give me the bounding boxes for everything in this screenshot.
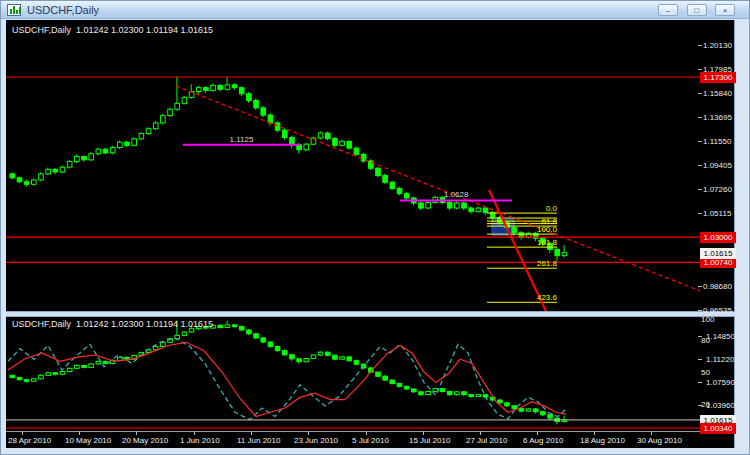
sub-price-axis-tick — [698, 382, 702, 383]
price-axis-label: 1.09405 — [703, 161, 732, 170]
price-axis-label: 1.15840 — [703, 89, 732, 98]
date-axis-tick — [308, 431, 309, 435]
price-axis-label: 1.05115 — [703, 209, 731, 218]
date-axis-tick — [194, 431, 195, 435]
sub-price-axis-label: 1.07590 — [706, 378, 735, 387]
price-axis-label: 1.07260 — [703, 185, 732, 194]
panel-separator[interactable] — [6, 311, 735, 317]
date-axis-tick — [366, 431, 367, 435]
price-axis-label: 1.11550 — [703, 137, 731, 146]
price-axis-tick — [698, 189, 702, 190]
trendline-price-label: 1.0628 — [444, 190, 468, 199]
date-axis-tick — [136, 431, 137, 435]
price-axis-tick — [698, 165, 702, 166]
date-axis-tick — [22, 431, 23, 435]
date-axis-tick — [594, 431, 595, 435]
price-axis-tick — [698, 117, 702, 118]
price-axis-label: 0.98680 — [703, 282, 732, 291]
price-axis-label: 1.13695 — [703, 113, 732, 122]
date-axis-label: 23 Jun 2010 — [294, 436, 338, 445]
fib-level-label: 0.0 — [513, 204, 557, 213]
date-axis-label: 18 Aug 2010 — [580, 436, 625, 445]
price-axis-tick — [698, 213, 702, 214]
price-axis-tick — [698, 45, 702, 46]
hline-price-label: 1.03000 — [700, 232, 736, 243]
bid-price-label: 1.01615 — [700, 248, 736, 259]
main-chart-ohlc-header: USDCHF,Daily 1.01242 1.02300 1.01194 1.0… — [12, 25, 213, 35]
date-axis-tick — [651, 431, 652, 435]
date-axis-label: 27 Jul 2010 — [466, 436, 507, 445]
fib-level-label: 423.6 — [513, 293, 557, 302]
date-axis-border — [6, 431, 735, 432]
price-axis-tick — [698, 310, 702, 311]
oscillator-level-label: 50 — [701, 368, 710, 377]
price-axis-tick — [698, 69, 702, 70]
sub-price-axis-label: 1.11220 — [706, 355, 734, 364]
oscillator-level-label: 20 — [701, 400, 710, 409]
hline-price-label: 1.17300 — [700, 72, 736, 83]
chart-window: USDCHF,Daily – □ × USDCHF,Daily 1.01242 … — [0, 0, 750, 455]
oscillator-level-label: 100 — [701, 315, 714, 324]
date-axis-label: 10 May 2010 — [65, 436, 111, 445]
sub-hline-price-label: 1.00340 — [700, 423, 736, 434]
price-axis-tick — [698, 286, 702, 287]
date-axis-label: 28 Apr 2010 — [8, 436, 51, 445]
date-axis-label: 30 Aug 2010 — [637, 436, 682, 445]
date-axis-label: 6 Aug 2010 — [523, 436, 563, 445]
price-axis-label: 1.20130 — [703, 41, 732, 50]
sub-price-axis-tick — [698, 359, 702, 360]
sub-price-axis-label: 1.03960 — [706, 401, 735, 410]
fib-level-label: 161.8 — [513, 238, 557, 247]
price-axis-tick — [698, 93, 702, 94]
chart-drawing — [0, 0, 750, 455]
hline-price-label: 1.00740 — [700, 257, 736, 268]
sub-chart-ohlc-header: USDCHF,Daily 1.01242 1.02300 1.01194 1.0… — [12, 319, 213, 329]
oscillator-level-label: 80 — [701, 336, 710, 345]
date-axis-tick — [480, 431, 481, 435]
date-axis-label: 20 May 2010 — [122, 436, 168, 445]
trendline-price-label: 1.1125 — [230, 135, 254, 144]
price-axis-label: 0.96535 — [703, 306, 732, 315]
price-axis-tick — [698, 141, 702, 142]
date-axis-label: 5 Jul 2010 — [352, 436, 389, 445]
date-axis-tick — [423, 431, 424, 435]
date-axis-label: 11 Jun 2010 — [237, 436, 280, 445]
date-axis-label: 15 Jul 2010 — [409, 436, 450, 445]
date-axis-tick — [251, 431, 252, 435]
fib-level-label: 100.0 — [513, 225, 557, 234]
fib-level-label: 261.8 — [513, 259, 557, 268]
date-axis-tick — [537, 431, 538, 435]
sub-price-axis-label: 1.14850 — [706, 332, 735, 341]
date-axis-label: 1 Jun 2010 — [180, 436, 220, 445]
date-axis-tick — [79, 431, 80, 435]
